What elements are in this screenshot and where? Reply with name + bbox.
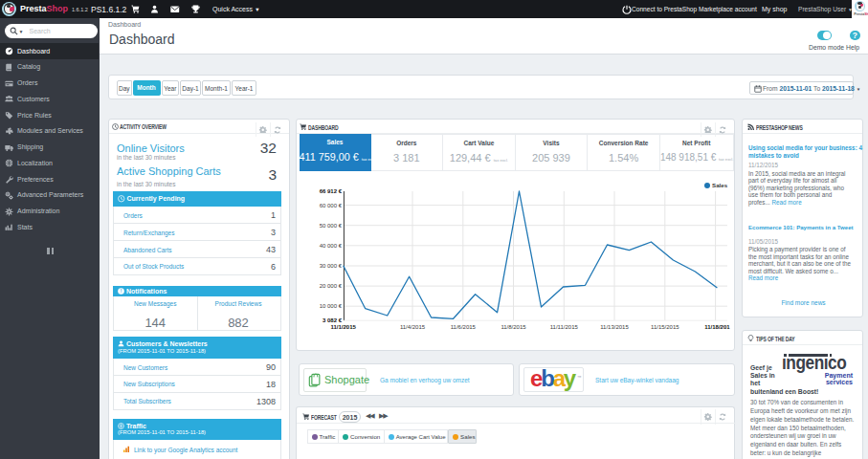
svg-text:50 000 €: 50 000 €: [320, 223, 343, 229]
svg-text:60 000 €: 60 000 €: [320, 203, 343, 208]
svg-text:30 000 €: 30 000 €: [320, 263, 343, 269]
svg-text:11/15/2015: 11/15/2015: [651, 324, 679, 330]
svg-text:11/4/2015: 11/4/2015: [400, 324, 426, 330]
svg-text:66 912 €: 66 912 €: [320, 188, 343, 194]
svg-text:10 000 €: 10 000 €: [320, 303, 343, 309]
svg-text:11/6/2015: 11/6/2015: [451, 324, 477, 330]
svg-text:11/1/2015: 11/1/2015: [331, 324, 357, 330]
svg-text:11/8/2015: 11/8/2015: [501, 324, 526, 330]
svg-text:3 082 €: 3 082 €: [323, 317, 343, 323]
svg-text:40 000 €: 40 000 €: [320, 243, 343, 249]
svg-text:11/18/201: 11/18/201: [704, 324, 730, 330]
svg-text:20 000 €: 20 000 €: [320, 283, 343, 289]
svg-text:11/11/2015: 11/11/2015: [550, 324, 579, 330]
svg-text:11/13/2015: 11/13/2015: [600, 324, 629, 330]
